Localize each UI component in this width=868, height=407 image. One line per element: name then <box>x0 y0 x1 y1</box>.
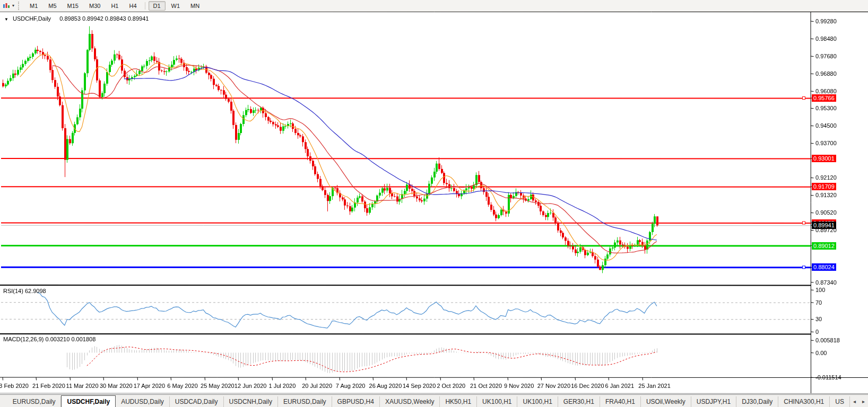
timeframe-button-h4[interactable]: H4 <box>124 1 141 11</box>
tab-scroll-left-icon[interactable]: ◂ <box>850 397 859 405</box>
chart-tab-hk50-h1[interactable]: HK50,H1 <box>440 396 477 407</box>
date-axis-label: 6 May 2020 <box>167 383 197 389</box>
chart-title: ▼ USDCHF,Daily 0.89853 0.89942 0.89843 0… <box>4 15 149 22</box>
date-axis-label: 3 Feb 2020 <box>0 383 29 389</box>
collapse-triangle-icon[interactable]: ▼ <box>4 17 8 22</box>
macd-axis-label: 0.005818 <box>815 337 840 343</box>
price-axis-label: 0.99280 <box>815 18 837 24</box>
timeframe-button-m30[interactable]: M30 <box>84 1 105 11</box>
date-axis-label: 30 Mar 2020 <box>100 383 133 389</box>
price-axis-label: 0.97680 <box>815 53 837 59</box>
date-axis-label: 27 Nov 2020 <box>537 383 570 389</box>
level-badge[interactable]: 0.89012 <box>812 242 836 250</box>
date-axis-label: 16 Dec 2020 <box>571 383 604 389</box>
price-chart-canvas[interactable] <box>0 0 868 394</box>
chart-tab-usdjpy-h1[interactable]: USDJPY,H1 <box>691 396 736 407</box>
chart-ohlc-values: 0.89853 0.89942 0.89843 0.89941 <box>59 15 149 22</box>
chart-tab-bar: EURUSD,DailyUSDCHF,DailyAUDUSD,DailyUSDC… <box>0 394 868 407</box>
timeframe-button-h1[interactable]: H1 <box>106 1 123 11</box>
macd-indicator-label: MACD(12,26,9) 0.003210 0.001808 <box>3 336 96 342</box>
level-badge[interactable]: 0.88024 <box>812 263 836 271</box>
date-axis-label: 25 Jan 2021 <box>638 383 671 389</box>
chart-tab-usdchf-daily[interactable]: USDCHF,Daily <box>61 395 116 407</box>
date-axis-label: 21 Oct 2020 <box>470 383 502 389</box>
price-axis-label: 0.90520 <box>815 209 837 216</box>
price-axis-label: 0.92120 <box>815 174 837 181</box>
chart-tab-usoil-weekly[interactable]: USOil,Weekly <box>641 396 691 407</box>
timeframe-button-m15[interactable]: M15 <box>63 1 83 11</box>
chart-tab-usdcad-daily[interactable]: USDCAD,Daily <box>170 396 224 407</box>
date-axis-label: 11 Mar 2020 <box>66 383 99 389</box>
chevron-down-icon[interactable]: ▾ <box>12 3 14 8</box>
price-axis-label: 0.93700 <box>815 140 837 146</box>
date-axis-label: 20 Jul 2020 <box>302 383 332 389</box>
timeframe-button-m1[interactable]: M1 <box>25 1 42 11</box>
tab-scroll-right-icon[interactable]: ▸ <box>859 397 868 405</box>
chart-tab-china300-h1[interactable]: CHINA300,H1 <box>778 396 830 407</box>
chart-tab-fra40-h1[interactable]: FRA40,H1 <box>600 396 641 407</box>
rsi-axis-label: 100 <box>815 287 825 293</box>
timeframe-button-d1[interactable]: D1 <box>149 1 166 11</box>
date-axis-label: 26 Aug 2020 <box>369 383 402 389</box>
toolbar-separator <box>145 2 145 10</box>
date-axis-label: 1 Jul 2020 <box>269 383 296 389</box>
date-axis-label: 21 Feb 2020 <box>32 383 65 389</box>
chart-tab-dj30-daily[interactable]: DJ30,Daily <box>736 396 778 407</box>
rsi-axis-label: 0 <box>815 329 819 335</box>
toolbar-grip <box>18 2 23 10</box>
date-axis-label: 12 Jun 2020 <box>235 383 267 389</box>
chart-tab-usdcnh-daily[interactable]: USDCNH,Daily <box>224 396 278 407</box>
chart-tab-ger30-h1[interactable]: GER30,H1 <box>558 396 600 407</box>
timeframe-button-m5[interactable]: M5 <box>44 1 61 11</box>
level-badge[interactable]: 0.93001 <box>812 155 836 162</box>
price-axis-label: 0.96880 <box>815 70 837 77</box>
chart-tab-eurusd-daily[interactable]: EURUSD,Daily <box>7 396 62 407</box>
date-axis-label: 6 Jan 2021 <box>605 383 634 389</box>
chart-tab-uk100-h1[interactable]: UK100,H1 <box>477 396 517 407</box>
chart-tab-xauusd-weekly[interactable]: XAUUSD,Weekly <box>380 396 440 407</box>
chart-tab-audusd-daily[interactable]: AUDUSD,Daily <box>116 396 170 407</box>
price-axis-label: 0.98480 <box>815 36 837 42</box>
price-axis-label: 0.94500 <box>815 122 837 129</box>
rsi-axis-label: 30 <box>815 316 822 322</box>
date-axis-label: 25 May 2020 <box>201 383 235 389</box>
mt4-window: ▾ M1M5M15M30H1H4D1W1MN ▼ USDCHF,Daily 0.… <box>0 0 868 407</box>
chart-symbol-label: USDCHF,Daily <box>13 15 51 22</box>
chart-tab-eurusd-daily[interactable]: EURUSD,Daily <box>278 396 332 407</box>
timeframe-toolbar: ▾ M1M5M15M30H1H4D1W1MN <box>0 0 868 12</box>
date-axis-label: 14 Sep 2020 <box>403 383 436 389</box>
level-badge[interactable]: 0.91709 <box>812 183 836 190</box>
timeframe-button-w1[interactable]: W1 <box>167 1 185 11</box>
date-axis-label: 7 Aug 2020 <box>336 383 366 389</box>
macd-axis-label: 0.00 <box>815 350 827 356</box>
date-axis-label: 2 Oct 2020 <box>437 383 465 389</box>
chart-tab-us[interactable]: US <box>830 396 850 407</box>
rsi-axis-label: 70 <box>815 299 822 306</box>
macd-axis-label: -0.011514 <box>815 374 841 381</box>
chart-tool-button[interactable]: ▾ <box>0 0 16 11</box>
price-axis-label: 0.91320 <box>815 192 837 198</box>
level-badge[interactable]: 0.95766 <box>812 94 836 102</box>
price-axis-label: 0.95300 <box>815 105 837 111</box>
chart-tab-uk100-h1[interactable]: UK100,H1 <box>517 396 558 407</box>
date-axis-label: 9 Nov 2020 <box>504 383 534 389</box>
rsi-indicator-label: RSI(14) 62.9098 <box>3 288 46 294</box>
chart-tab-gbpusd-h4[interactable]: GBPUSD,H4 <box>332 396 380 407</box>
timeframe-button-mn[interactable]: MN <box>186 1 204 11</box>
chart-type-icon <box>2 2 11 10</box>
date-axis-label: 17 Apr 2020 <box>134 383 165 389</box>
price-axis-label: 0.96080 <box>815 88 837 94</box>
tab-scroll-controls: ◂ ▸ <box>850 395 868 407</box>
price-axis-label: 0.87340 <box>815 279 837 286</box>
level-badge[interactable]: 0.89941 <box>812 222 836 229</box>
